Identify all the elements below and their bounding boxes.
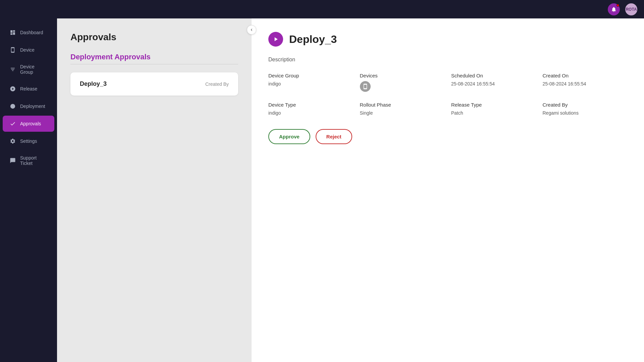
- sidebar-item-deployment[interactable]: Deployment: [3, 98, 54, 114]
- sidebar-item-device[interactable]: Device: [3, 42, 54, 58]
- rollout-phase-value: Single: [360, 110, 445, 116]
- support-label: Support Ticket: [20, 155, 48, 166]
- device-icon: [9, 47, 16, 53]
- detail-grid: Device Group indigo Devices Scheduled On…: [268, 73, 627, 116]
- notification-bell[interactable]: [608, 3, 620, 15]
- deploy-card-name: Deploy_3: [80, 80, 107, 87]
- sidebar-item-release[interactable]: Release: [3, 81, 54, 97]
- rollout-phase-field: Rollout Phase Single: [360, 102, 445, 116]
- sidebar-item-dashboard[interactable]: Dashboard: [3, 24, 54, 41]
- release-label: Release: [20, 86, 37, 92]
- collapse-button[interactable]: [247, 25, 256, 35]
- sidebar: ROTA Dashboard Device Device Group Rele: [0, 0, 57, 362]
- approve-button[interactable]: Approve: [268, 129, 310, 144]
- device-group-label: Device Group: [20, 64, 48, 75]
- device-type-label: Device Type: [268, 102, 353, 108]
- scheduled-on-field: Scheduled On 25-08-2024 16:55:54: [451, 73, 536, 92]
- devices-field: Devices: [360, 73, 445, 92]
- reject-button[interactable]: Reject: [316, 129, 352, 144]
- device-type-value: indigo: [268, 110, 353, 116]
- device-group-value: indigo: [268, 81, 353, 86]
- sidebar-item-support-ticket[interactable]: Support Ticket: [3, 150, 54, 171]
- settings-label: Settings: [20, 138, 37, 144]
- devices-icon: [360, 81, 371, 92]
- sidebar-nav: Dashboard Device Device Group Release De: [0, 20, 57, 362]
- release-type-field: Release Type Patch: [451, 102, 536, 116]
- main-area: Approvals Deployment Approvals Deploy_3 …: [57, 18, 644, 362]
- deployment-label: Deployment: [20, 104, 45, 109]
- notification-badge: [616, 4, 619, 7]
- scheduled-on-label: Scheduled On: [451, 73, 536, 78]
- detail-title: Deploy_3: [289, 33, 337, 46]
- created-by-label: Created By: [543, 102, 628, 108]
- release-type-value: Patch: [451, 110, 536, 116]
- sidebar-item-settings[interactable]: Settings: [3, 133, 54, 149]
- rollout-phase-label: Rollout Phase: [360, 102, 445, 108]
- device-type-field: Device Type indigo: [268, 102, 353, 116]
- sidebar-item-approvals[interactable]: Approvals: [3, 116, 54, 132]
- action-buttons: Approve Reject: [268, 129, 627, 144]
- support-icon: [9, 157, 16, 164]
- deployment-icon: [9, 103, 16, 110]
- topbar: ROTA: [0, 0, 644, 18]
- sidebar-item-device-group[interactable]: Device Group: [3, 59, 54, 79]
- dashboard-label: Dashboard: [20, 30, 43, 35]
- release-type-label: Release Type: [451, 102, 536, 108]
- created-by-field: Created By Regami solutions: [543, 102, 628, 116]
- scheduled-on-value: 25-08-2024 16:55:54: [451, 81, 536, 86]
- approvals-icon: [9, 120, 16, 127]
- avatar[interactable]: ROTA: [625, 3, 637, 15]
- deploy-card[interactable]: Deploy_3 Created By: [70, 72, 238, 96]
- devices-label: Devices: [360, 73, 445, 78]
- device-group-icon: [9, 66, 16, 73]
- description-label: Description: [268, 57, 627, 63]
- page-title: Approvals: [70, 32, 238, 43]
- device-group-label: Device Group: [268, 73, 353, 78]
- approvals-label: Approvals: [20, 121, 41, 126]
- section-title: Deployment Approvals: [70, 53, 238, 61]
- left-panel: Approvals Deployment Approvals Deploy_3 …: [57, 18, 252, 362]
- right-panel: Deploy_3 Description Device Group indigo…: [252, 18, 644, 362]
- created-on-label: Created On: [543, 73, 628, 78]
- created-by-value: Regami solutions: [543, 110, 628, 116]
- settings-icon: [9, 138, 16, 144]
- device-label: Device: [20, 47, 35, 53]
- device-group-field: Device Group indigo: [268, 73, 353, 92]
- detail-icon: [268, 32, 283, 47]
- section-divider: [70, 64, 238, 64]
- created-on-value: 25-08-2024 16:55:54: [543, 81, 628, 86]
- release-icon: [9, 85, 16, 92]
- detail-header: Deploy_3: [268, 32, 627, 47]
- created-on-field: Created On 25-08-2024 16:55:54: [543, 73, 628, 92]
- deploy-card-created-by: Created By: [205, 81, 229, 87]
- dashboard-icon: [9, 29, 16, 36]
